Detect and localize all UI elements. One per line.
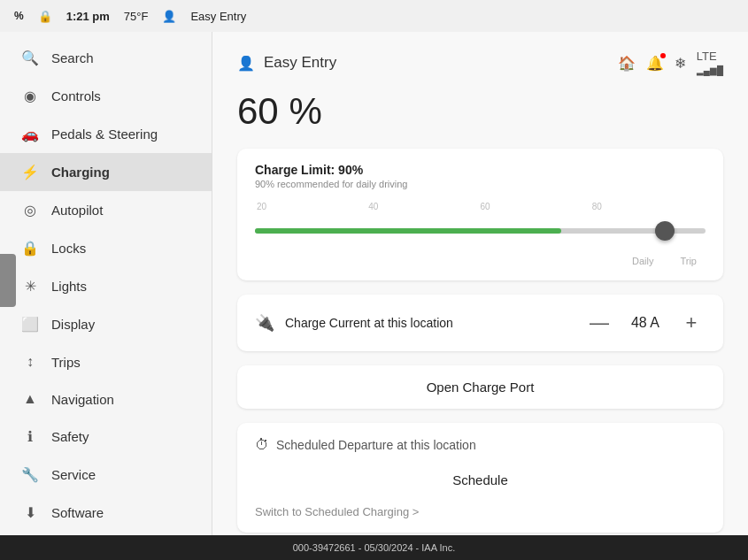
sidebar-label-autopilot: Autopilot: [51, 203, 103, 218]
autopilot-icon: ◎: [21, 202, 39, 219]
open-charge-port-button[interactable]: Open Charge Port: [237, 365, 723, 409]
slider-fill: [255, 228, 561, 234]
switch-to-scheduled-link[interactable]: Switch to Scheduled Charging >: [255, 505, 706, 518]
current-time: 1:21 pm: [66, 10, 110, 23]
profile-label-status: Easy Entry: [190, 10, 246, 23]
charge-current-section: 🔌 Charge Current at this location — 48 A…: [237, 295, 723, 351]
battery-indicator: %: [14, 10, 24, 22]
charge-limit-subtitle: 90% recommended for daily driving: [255, 179, 706, 189]
sidebar-label-display: Display: [51, 317, 95, 332]
profile-icon-status: 👤: [162, 10, 176, 23]
sidebar-item-autopilot[interactable]: ◎ Autopilot: [0, 191, 212, 229]
sidebar-item-service[interactable]: 🔧 Service: [0, 456, 212, 494]
decrease-current-button[interactable]: —: [585, 309, 613, 337]
pedals-icon: 🚗: [21, 126, 39, 142]
sidebar-label-service: Service: [51, 467, 96, 482]
sidebar-label-lights: Lights: [51, 279, 87, 294]
display-icon: ⬜: [21, 316, 39, 333]
trips-icon: ↕: [21, 354, 39, 370]
notification-dot: [660, 53, 666, 58]
footer-text: 000-39472661 - 05/30/2024 - IAA Inc.: [293, 542, 455, 553]
sidebar-item-trips[interactable]: ↕ Trips: [0, 343, 212, 380]
increase-current-button[interactable]: +: [677, 309, 706, 337]
daily-label: Daily: [632, 256, 653, 266]
scheduled-departure-section: ⏱ Scheduled Departure at this location S…: [237, 423, 723, 533]
sidebar-item-software[interactable]: ⬇ Software: [0, 494, 212, 532]
charge-limit-title: Charge Limit: 90%: [255, 163, 706, 177]
tick-20: 20: [257, 202, 266, 211]
current-value: 48 A: [631, 315, 659, 331]
sidebar-label-controls: Controls: [51, 88, 101, 104]
signal-icon: LTE▂▄▆█: [697, 50, 723, 76]
left-edge-tab[interactable]: [0, 254, 16, 307]
trip-label: Trip: [680, 256, 697, 266]
service-icon: 🔧: [21, 466, 39, 483]
sidebar-item-lights[interactable]: ✳ Lights: [0, 267, 212, 305]
tick-40: 40: [368, 202, 378, 211]
charge-limit-section: Charge Limit: 90% 90% recommended for da…: [237, 149, 723, 280]
schedule-button[interactable]: Schedule: [255, 465, 706, 495]
content-profile-icon: 👤: [237, 55, 255, 72]
sidebar-label-trips: Trips: [51, 355, 81, 370]
sidebar-item-search[interactable]: 🔍 Search: [0, 39, 212, 77]
charge-current-left: 🔌 Charge Current at this location: [255, 313, 453, 333]
header-icons: 🏠 🔔 ❄ LTE▂▄▆█: [618, 50, 723, 76]
snowflake-icon[interactable]: ❄: [675, 55, 686, 72]
scheduled-icon: ⏱: [255, 437, 269, 453]
footer-bar: 000-39472661 - 05/30/2024 - IAA Inc.: [0, 535, 748, 560]
sidebar-label-safety: Safety: [51, 429, 89, 444]
sidebar-item-navigation[interactable]: ▲ Navigation: [0, 380, 212, 418]
search-icon: 🔍: [21, 50, 39, 66]
temperature: 75°F: [124, 10, 149, 23]
controls-icon: ◉: [21, 88, 39, 104]
scheduled-title: ⏱ Scheduled Departure at this location: [255, 437, 706, 453]
status-bar: % 🔒 1:21 pm 75°F 👤 Easy Entry: [0, 0, 748, 32]
sidebar-label-search: Search: [51, 50, 94, 65]
sidebar-label-pedals: Pedals & Steering: [51, 127, 158, 142]
slider-tick-labels: 20 40 60 80: [257, 202, 704, 211]
tick-60: 60: [481, 202, 490, 211]
locks-icon: 🔒: [21, 240, 39, 257]
sidebar-label-charging: Charging: [51, 165, 110, 180]
sidebar-item-charging[interactable]: ⚡ Charging: [0, 153, 212, 191]
sidebar-item-safety[interactable]: ℹ Safety: [0, 418, 212, 456]
charging-icon: ⚡: [21, 164, 39, 180]
sidebar-label-navigation: Navigation: [51, 392, 114, 407]
scheduled-title-text: Scheduled Departure at this location: [276, 438, 476, 452]
content-title: Easy Entry: [264, 54, 336, 72]
tick-80: 80: [592, 202, 602, 211]
percent-display: 60 %: [237, 90, 723, 133]
charge-limit-slider[interactable]: [255, 213, 706, 249]
main-content: 👤 Easy Entry 🏠 🔔 ❄ LTE▂▄▆█ 60 % Charge L…: [212, 32, 748, 535]
sidebar-label-software: Software: [51, 505, 104, 520]
lock-icon: 🔒: [38, 10, 52, 23]
charge-plug-icon: 🔌: [255, 313, 274, 333]
sidebar-item-locks[interactable]: 🔒 Locks: [0, 229, 212, 267]
charge-current-controls: — 48 A +: [585, 309, 706, 337]
charge-current-label: Charge Current at this location: [285, 316, 453, 330]
content-header: 👤 Easy Entry 🏠 🔔 ❄ LTE▂▄▆█: [237, 50, 723, 76]
daily-trip-container: Daily Trip: [255, 256, 706, 266]
sidebar-item-display[interactable]: ⬜ Display: [0, 305, 212, 343]
safety-icon: ℹ: [21, 428, 39, 445]
sidebar-item-pedals[interactable]: 🚗 Pedals & Steering: [0, 115, 212, 153]
sidebar-label-locks: Locks: [51, 241, 86, 256]
house-icon[interactable]: 🏠: [618, 55, 636, 72]
sidebar: 🔍 Search ◉ Controls 🚗 Pedals & Steering …: [0, 32, 212, 535]
navigation-icon: ▲: [21, 391, 39, 407]
bell-icon[interactable]: 🔔: [646, 55, 664, 72]
lights-icon: ✳: [21, 278, 39, 295]
software-icon: ⬇: [21, 504, 39, 521]
slider-thumb[interactable]: [655, 221, 675, 241]
sidebar-item-controls[interactable]: ◉ Controls: [0, 77, 212, 115]
